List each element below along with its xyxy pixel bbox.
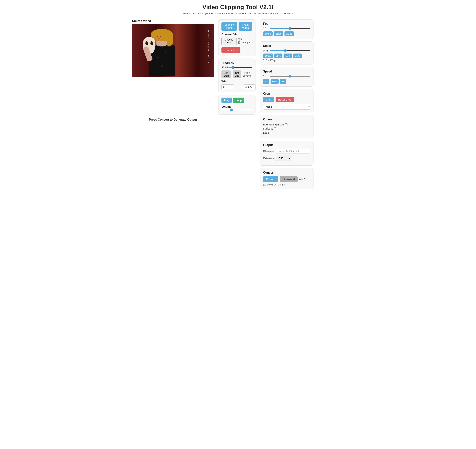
page-title: Video Clipping Tool V2.1! <box>132 4 344 11</box>
convert-button[interactable]: Convert <box>263 176 278 182</box>
chosen-filename: 鬼頭明...l8].mp4 <box>238 38 252 44</box>
fadeout-checkbox[interactable] <box>274 128 276 130</box>
play-loop-row: Play Loop <box>221 98 252 103</box>
others-card: Others Boomerang mode Fadeout Loop <box>260 115 313 138</box>
loop-checkbox[interactable] <box>270 132 272 134</box>
file-row: Choose File 鬼頭明...l8].mp4 <box>221 37 252 45</box>
choose-file-button[interactable]: Choose File <box>221 37 237 45</box>
trim-row: ⬡⬡ <box>221 84 252 89</box>
source-tab-row: Youtube Video Local Video <box>221 22 252 31</box>
download-button[interactable]: Download <box>280 176 298 182</box>
output-card: Output Filename Extension GIF MP4 WEBM M… <box>260 141 313 166</box>
crop-label: Crop <box>263 92 310 95</box>
local-video-tab[interactable]: Local Video <box>238 22 252 31</box>
progress-slider[interactable] <box>228 67 252 68</box>
filename-row: Filename <box>263 149 310 154</box>
scale-presets: 100% 75% 50% 25% <box>263 54 310 58</box>
crop-btn-row: Crop Reset Crop <box>263 97 310 102</box>
fps-presets: 10fps 15fps 21fps <box>263 31 310 36</box>
volume-label: Volume <box>221 105 252 108</box>
filename-input[interactable] <box>276 149 310 154</box>
fps-slider-row: 30 <box>263 27 310 30</box>
scale-slider[interactable] <box>270 50 310 51</box>
extension-label: Extension <box>263 157 275 160</box>
file-size-text: 0 MB <box>299 178 305 181</box>
youtube-video-tab[interactable]: Youtube Video <box>221 22 237 31</box>
scale-label: Scale <box>263 44 310 48</box>
set-btn-row: SetStart SetEnd (310.72 second) <box>221 70 252 78</box>
crop-aspect-select[interactable]: None 16:9 4:3 1:1 9:16 <box>263 104 310 110</box>
volume-slider-row <box>221 110 252 110</box>
speed-value: 1 <box>263 75 268 78</box>
fps-10-button[interactable]: 10fps <box>263 31 272 36</box>
crop-card: Crop Crop Reset Crop None 16:9 4:3 1:1 9… <box>260 89 313 112</box>
progress-card: Progress 47.89 SetStart SetEnd (310.72 s… <box>218 59 255 92</box>
speed-label: Speed <box>263 70 310 73</box>
trim-end-input[interactable] <box>243 84 256 89</box>
convert-btn-row: Convert Download 0 MB <box>263 176 310 182</box>
page-subtitle: How to use: Select youtube video/ local … <box>132 12 344 15</box>
others-label: Others <box>263 118 310 121</box>
set-start-button[interactable]: SetStart <box>221 70 231 78</box>
extension-select[interactable]: GIF MP4 WEBM MP3 <box>276 156 291 161</box>
boomerang-label: Boomerang mode <box>263 123 284 126</box>
duration-text: (310.72 second) <box>243 72 252 77</box>
speed-presets: 1x 0.5x 2x <box>263 79 310 84</box>
video-player: 寝て起きて、繰り返して、日々アフデ <box>132 24 214 77</box>
link-icon: ⬡⬡ <box>236 85 242 89</box>
loop-button[interactable]: Loop <box>233 98 244 103</box>
press-convert-text: Press Convert to Generate Output <box>132 118 214 121</box>
loop-row: Loop <box>263 131 310 134</box>
playback-card: Play Loop Volume <box>218 95 255 115</box>
convert-card: Convert Convert Download 0 MB (720x405 p… <box>260 168 313 189</box>
progress-slider-row: 47.89 <box>221 66 252 69</box>
boomerang-checkbox[interactable] <box>285 123 288 126</box>
convert-info: (720x405 px , 30 fps) <box>263 183 310 186</box>
set-end-button[interactable]: SetEnd <box>232 70 241 78</box>
fps-21-button[interactable]: 21fps <box>284 31 294 36</box>
speed-2x-button[interactable]: 2x <box>280 79 286 84</box>
fadeout-row: Fadeout <box>263 127 310 130</box>
reset-crop-button[interactable]: Reset Crop <box>276 97 294 102</box>
right-panel: Fps 30 10fps 15fps 21fps Scale 0.38 100%… <box>260 19 313 189</box>
fps-slider[interactable] <box>270 28 310 29</box>
speed-slider[interactable] <box>270 76 310 77</box>
volume-slider[interactable] <box>221 110 252 110</box>
speed-1x-button[interactable]: 1x <box>263 79 269 84</box>
choose-file-label: Choose File <box>221 33 252 36</box>
trim-start-input[interactable] <box>221 84 234 89</box>
fps-card: Fps 30 10fps 15fps 21fps <box>260 19 313 39</box>
middle-panel: Youtube Video Local Video Choose File Ch… <box>218 19 255 115</box>
fps-15-button[interactable]: 15fps <box>274 31 283 36</box>
scale-card: Scale 0.38 100% 75% 50% 25% 720 x 405 px <box>260 41 313 64</box>
extension-row: Extension GIF MP4 WEBM MP3 <box>263 156 310 161</box>
fps-label: Fps <box>263 22 310 25</box>
loop-label: Loop <box>263 131 269 134</box>
speed-slider-row: 1 <box>263 75 310 78</box>
output-label: Output <box>263 143 310 147</box>
boomerang-row: Boomerang mode <box>263 123 310 126</box>
source-video-label: Source Video <box>132 19 214 23</box>
scale-25-button[interactable]: 25% <box>293 54 302 58</box>
progress-value: 47.89 <box>221 66 227 69</box>
play-button[interactable]: Play <box>221 98 232 103</box>
filename-label: Filename <box>263 150 274 153</box>
video-text-overlay: 寝て起きて、繰り返して、日々アフデ <box>207 28 210 63</box>
scale-75-button[interactable]: 75% <box>274 54 283 58</box>
convert-section-label: Convert <box>263 171 310 174</box>
speed-05x-button[interactable]: 0.5x <box>271 79 279 84</box>
dimensions-text: 720 x 405 px <box>263 59 310 62</box>
fadeout-label: Fadeout <box>263 127 273 130</box>
left-panel: Source Video <box>132 19 214 121</box>
trim-label: Trim <box>221 80 252 83</box>
scale-value: 0.38 <box>263 49 268 52</box>
scale-slider-row: 0.38 <box>263 49 310 52</box>
fps-value: 30 <box>263 27 268 30</box>
file-selection-card: Youtube Video Local Video Choose File Ch… <box>218 19 255 56</box>
speed-card: Speed 1 1x 0.5x 2x <box>260 67 313 87</box>
progress-label: Progress <box>221 61 252 64</box>
scale-50-button[interactable]: 50% <box>283 54 292 58</box>
load-video-button[interactable]: Load video <box>221 47 240 53</box>
scale-100-button[interactable]: 100% <box>263 54 273 58</box>
crop-button[interactable]: Crop <box>263 97 274 102</box>
